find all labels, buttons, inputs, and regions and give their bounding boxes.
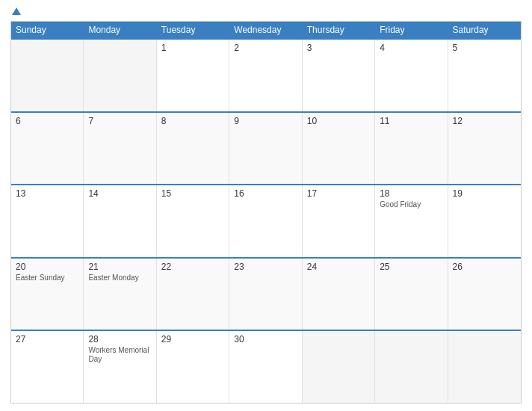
day-number: 29 — [161, 334, 224, 344]
week-row-1: 12345 — [11, 38, 521, 111]
day-cell: 19 — [448, 185, 521, 257]
day-cell: 3 — [303, 40, 375, 111]
day-event: Good Friday — [380, 200, 442, 209]
day-cell — [448, 331, 521, 403]
week-row-3: 131415161718Good Friday19 — [11, 184, 521, 257]
day-number: 20 — [16, 262, 78, 272]
day-number: 24 — [307, 262, 370, 272]
day-cell: 17 — [303, 185, 375, 257]
day-number: 9 — [234, 116, 297, 126]
day-cell: 30 — [229, 331, 302, 403]
day-cell: 12 — [448, 113, 521, 185]
day-cell — [11, 40, 84, 111]
day-number: 4 — [380, 43, 442, 53]
day-header-thursday: Thursday — [303, 22, 375, 38]
day-header-monday: Monday — [84, 22, 156, 38]
day-event: Easter Sunday — [16, 274, 78, 282]
day-cell: 20Easter Sunday — [11, 259, 84, 330]
week-row-5: 2728Workers Memorial Day2930 — [11, 330, 521, 403]
day-cell: 8 — [157, 113, 229, 185]
day-number: 14 — [88, 188, 151, 199]
day-cell: 10 — [303, 113, 375, 185]
day-cell: 29 — [157, 331, 229, 403]
day-header-tuesday: Tuesday — [157, 22, 229, 38]
day-cell: 26 — [448, 259, 521, 330]
day-cell: 15 — [157, 185, 229, 257]
day-number: 6 — [16, 116, 78, 126]
day-cell: 21Easter Monday — [84, 259, 156, 330]
day-cell — [84, 40, 156, 111]
day-number: 21 — [88, 262, 151, 272]
day-cell: 5 — [448, 40, 521, 111]
day-number: 15 — [161, 188, 224, 199]
day-cell: 18Good Friday — [375, 185, 448, 257]
day-cell: 14 — [84, 185, 156, 257]
day-cell: 11 — [375, 113, 448, 185]
day-cell: 24 — [303, 259, 375, 330]
day-header-sunday: Sunday — [11, 22, 84, 38]
calendar-page: SundayMondayTuesdayWednesdayThursdayFrid… — [0, 0, 532, 411]
calendar-grid: SundayMondayTuesdayWednesdayThursdayFrid… — [10, 21, 522, 404]
day-event: Workers Memorial Day — [88, 346, 151, 364]
day-number: 7 — [88, 116, 151, 126]
day-number: 5 — [453, 43, 516, 53]
day-number: 1 — [161, 43, 224, 53]
day-number: 18 — [380, 188, 442, 199]
day-cell: 25 — [375, 259, 448, 330]
day-number: 30 — [234, 334, 297, 344]
day-cell — [375, 331, 448, 403]
day-number: 25 — [380, 262, 442, 272]
day-event: Easter Monday — [88, 274, 151, 282]
day-number: 10 — [307, 116, 370, 126]
day-number: 23 — [234, 262, 297, 272]
weeks-container: 123456789101112131415161718Good Friday19… — [11, 38, 521, 403]
day-cell: 23 — [229, 259, 302, 330]
day-number: 11 — [380, 116, 442, 126]
day-cell: 2 — [229, 40, 302, 111]
day-number: 12 — [453, 116, 516, 126]
day-headers-row: SundayMondayTuesdayWednesdayThursdayFrid… — [11, 22, 521, 38]
day-cell: 16 — [229, 185, 302, 257]
day-header-saturday: Saturday — [448, 22, 521, 38]
day-header-friday: Friday — [375, 22, 448, 38]
day-cell: 9 — [229, 113, 302, 185]
logo-blue-text — [10, 7, 21, 15]
day-number: 17 — [307, 188, 370, 199]
day-cell: 28Workers Memorial Day — [84, 331, 156, 403]
day-number: 13 — [16, 188, 78, 199]
day-cell: 4 — [375, 40, 448, 111]
week-row-2: 6789101112 — [11, 111, 521, 185]
header — [10, 7, 522, 15]
day-number: 22 — [161, 262, 224, 272]
day-number: 28 — [88, 334, 151, 344]
day-number: 26 — [453, 262, 516, 272]
day-number: 16 — [234, 188, 297, 199]
day-cell: 13 — [11, 185, 84, 257]
day-cell: 7 — [84, 113, 156, 185]
day-number: 19 — [453, 188, 516, 199]
week-row-4: 20Easter Sunday21Easter Monday2223242526 — [11, 257, 521, 330]
day-cell — [303, 331, 375, 403]
day-number: 2 — [234, 43, 297, 53]
logo-triangle-icon — [12, 7, 21, 15]
day-cell: 27 — [11, 331, 84, 403]
logo — [10, 7, 21, 15]
day-number: 27 — [16, 334, 78, 344]
day-header-wednesday: Wednesday — [229, 22, 302, 38]
day-number: 3 — [307, 43, 370, 53]
day-cell: 6 — [11, 113, 84, 185]
day-cell: 22 — [157, 259, 229, 330]
day-number: 8 — [161, 116, 224, 126]
day-cell: 1 — [157, 40, 229, 111]
